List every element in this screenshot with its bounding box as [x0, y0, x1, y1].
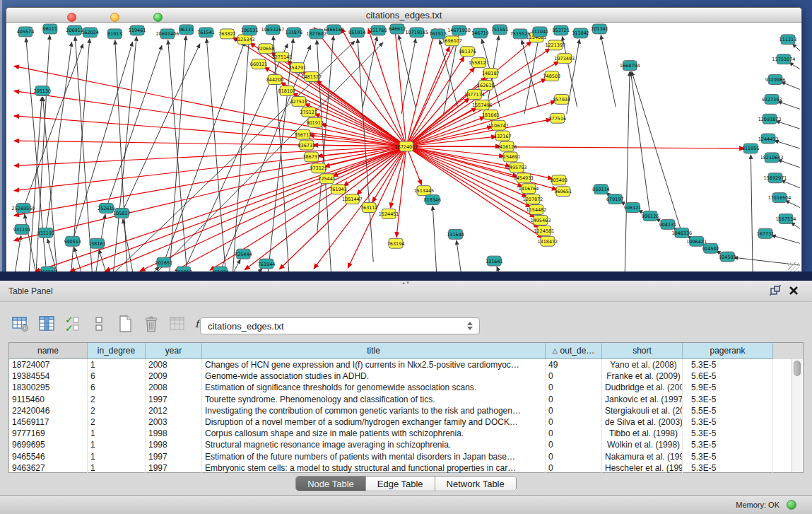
- graph-edge[interactable]: [99, 250, 106, 274]
- graph-edge[interactable]: [14, 146, 406, 240]
- graph-edge[interactable]: [170, 36, 186, 274]
- table-cell-pagerank: 5.5E-5: [683, 405, 773, 416]
- close-panel-icon[interactable]: [787, 284, 801, 298]
- column-header-title[interactable]: title: [202, 343, 546, 359]
- graph-edge[interactable]: [781, 180, 799, 188]
- graph-edge[interactable]: [268, 39, 293, 274]
- table-row[interactable]: 911546021997Tourette syndrome. Phenomeno…: [9, 394, 803, 405]
- memory-status-indicator[interactable]: [787, 500, 796, 510]
- graph-edge[interactable]: [14, 146, 406, 165]
- graph-node-label: 12093873: [758, 117, 782, 122]
- table-row[interactable]: 969969511998Structural magnetic resonanc…: [9, 439, 803, 450]
- table-cell-title: Estimation of significance thresholds fo…: [202, 382, 546, 393]
- graph-edge[interactable]: [279, 146, 406, 269]
- graph-node-label: 931193: [37, 230, 55, 236]
- network-graph: 1872400711253432206581275141854791148132…: [6, 23, 801, 274]
- graph-edge[interactable]: [401, 39, 416, 115]
- graph-edge[interactable]: [406, 146, 744, 148]
- table-row[interactable]: 977716911998Corpus callosum shape and si…: [9, 428, 803, 439]
- table-selector-dropdown[interactable]: citations_edges.txt: [200, 317, 480, 334]
- graph-edge[interactable]: [630, 72, 650, 216]
- graph-edge[interactable]: [772, 235, 800, 243]
- graph-edge[interactable]: [789, 62, 800, 69]
- graph-edge[interactable]: [25, 214, 36, 274]
- deselect-all-button[interactable]: [88, 313, 110, 334]
- table-row[interactable]: 1830029562008Estimation of significance …: [9, 382, 803, 393]
- graph-edge[interactable]: [406, 57, 464, 146]
- column-header-label: in_degree: [98, 346, 135, 356]
- graph-edge[interactable]: [406, 119, 551, 146]
- column-settings-button[interactable]: [10, 313, 31, 334]
- vertical-scrollbar[interactable]: [792, 359, 802, 472]
- delete-table-button-disabled[interactable]: [167, 313, 188, 334]
- graph-edge[interactable]: [781, 82, 799, 90]
- graph-edge[interactable]: [778, 101, 800, 109]
- table-cell-pagerank: 5.3E-5: [683, 451, 773, 462]
- float-window-icon[interactable]: [768, 284, 782, 298]
- network-canvas[interactable]: 1872400711253432206581275141854791148132…: [6, 23, 801, 274]
- table-row[interactable]: 1456911722003Disruption of a novel membe…: [9, 416, 803, 428]
- column-header-label: short: [632, 346, 652, 356]
- graph-edge[interactable]: [792, 44, 799, 51]
- graph-node-label: 763112: [360, 205, 378, 211]
- table-row[interactable]: 946554611997Estimation of the future num…: [9, 451, 803, 462]
- graph-edge[interactable]: [46, 42, 72, 233]
- column-header-pagerank[interactable]: pagerank: [683, 343, 773, 359]
- table-cell-year: 2009: [146, 370, 202, 382]
- table-row[interactable]: 2242004622012Investigating the contribut…: [9, 405, 803, 416]
- graph-edge[interactable]: [390, 146, 406, 208]
- graph-edge[interactable]: [785, 200, 800, 207]
- graph-edge[interactable]: [233, 37, 406, 146]
- graph-edge[interactable]: [433, 206, 436, 274]
- column-header-in-degree[interactable]: in_degree: [88, 343, 146, 359]
- select-all-button[interactable]: ✓ ✓: [62, 313, 83, 334]
- table-cell-in-degree: 1: [88, 462, 146, 474]
- graph-node-label: 973125: [310, 165, 327, 171]
- tab-edge-table[interactable]: Edge Table: [366, 477, 435, 491]
- table-row[interactable]: 946362711997Embryonic stem cells: a mode…: [9, 462, 803, 474]
- graph-node-label: 818107: [278, 88, 296, 94]
- graph-edge[interactable]: [15, 235, 21, 274]
- graph-edge[interactable]: [778, 160, 800, 168]
- table-row[interactable]: 1938455462009Genome-wide association stu…: [9, 370, 803, 382]
- resize-grip[interactable]: [788, 262, 799, 271]
- select-columns-button[interactable]: [36, 313, 57, 334]
- graph-node-label: 1495463: [531, 218, 551, 223]
- graph-edge[interactable]: [625, 72, 630, 274]
- graph-edge[interactable]: [35, 146, 406, 271]
- graph-edge[interactable]: [524, 38, 539, 115]
- graph-edge[interactable]: [14, 146, 406, 216]
- column-header-name[interactable]: name: [9, 343, 88, 359]
- window-titlebar[interactable]: citations_edges.txt: [6, 8, 801, 23]
- column-header-label: title: [367, 346, 380, 356]
- graph-node-label: 220658: [257, 46, 275, 52]
- table-cell-pagerank: 5.3E-5: [683, 439, 773, 450]
- graph-edge[interactable]: [601, 35, 616, 107]
- graph-node-label: 851914: [348, 30, 366, 35]
- graph-edge[interactable]: [751, 155, 753, 274]
- delete-rows-button[interactable]: [141, 313, 162, 334]
- graph-edge[interactable]: [314, 28, 406, 146]
- column-header-year[interactable]: year: [146, 343, 202, 359]
- new-table-button[interactable]: [114, 313, 136, 334]
- graph-node-label: 906126: [642, 214, 659, 219]
- table-cell-title: Disruption of a novel member of a sodium…: [202, 416, 546, 428]
- graph-edge[interactable]: [406, 78, 546, 146]
- splitter-handle-icon[interactable]: ▲▼: [401, 281, 411, 285]
- graph-edge[interactable]: [123, 219, 133, 274]
- table-cell-name: 9777169: [9, 428, 88, 439]
- sort-ascending-icon: △: [553, 347, 558, 354]
- column-header-out-de-[interactable]: △out_de…: [546, 343, 602, 359]
- column-header-short[interactable]: short: [602, 343, 683, 359]
- tab-network-table[interactable]: Network Table: [435, 477, 516, 491]
- graph-edge[interactable]: [444, 37, 458, 115]
- graph-edge[interactable]: [457, 240, 461, 274]
- graph-edge[interactable]: [522, 40, 539, 107]
- scrollbar-thumb[interactable]: [794, 361, 801, 376]
- network-view-window[interactable]: citations_edges.txt 18724007112534322065…: [6, 7, 802, 274]
- graph-node-label: 18724007: [395, 144, 418, 150]
- tab-node-table[interactable]: Node Table: [296, 477, 366, 491]
- graph-edge[interactable]: [164, 42, 245, 262]
- table-row[interactable]: 1872400712008Changes of HCN gene express…: [9, 359, 803, 370]
- graph-node-label: 836731: [298, 143, 315, 148]
